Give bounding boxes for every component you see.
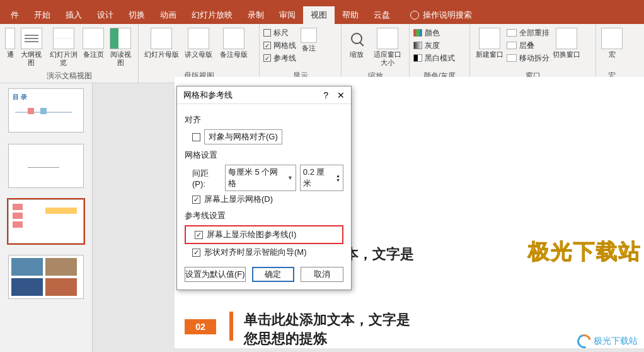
tab-view[interactable]: 视图 bbox=[303, 6, 335, 24]
dialog-titlebar[interactable]: 网格和参考线 ? ✕ bbox=[177, 86, 351, 104]
btn-color[interactable]: 颜色 bbox=[413, 26, 455, 39]
chk-display-grid[interactable]: ✓ bbox=[192, 196, 200, 204]
tab-animations[interactable]: 动画 bbox=[152, 6, 184, 24]
dialog-title-text: 网格和参考线 bbox=[183, 90, 233, 101]
dialog-help-button[interactable]: ? bbox=[323, 90, 328, 100]
btn-outline-view[interactable]: 大纲视图 bbox=[18, 26, 45, 68]
btn-notes-master[interactable]: 备注母版 bbox=[217, 26, 251, 60]
btn-notes-page[interactable]: 备注页 bbox=[81, 26, 105, 60]
spinner-arrows-icon: ▲▼ bbox=[336, 173, 340, 182]
grayscale-icon bbox=[413, 42, 422, 49]
group-label-presentation-views: 演示文稿视图 bbox=[4, 69, 134, 83]
ribbon: 通 大纲视图 幻灯片浏览 备注页 阅读视图 演示文稿视图 幻灯片母版 讲义母版 … bbox=[0, 24, 644, 83]
tab-home[interactable]: 开始 bbox=[26, 6, 58, 24]
chevron-down-icon: ▼ bbox=[287, 175, 293, 181]
tab-file[interactable]: 件 bbox=[3, 6, 26, 24]
slide-text-2b: 您思想的提炼 bbox=[244, 329, 327, 348]
ribbon-tabs: 件 开始 插入 设计 切换 动画 幻灯片放映 录制 审阅 视图 帮助 云盘 操作… bbox=[0, 6, 644, 24]
tab-design[interactable]: 设计 bbox=[89, 6, 121, 24]
checkbox-icon bbox=[263, 29, 271, 37]
split-icon bbox=[507, 54, 517, 62]
lbl-display-drawing-guides: 屏幕上显示绘图参考线(I) bbox=[207, 229, 296, 240]
chk-smart-guides[interactable]: ✓ bbox=[192, 249, 200, 257]
btn-move-split[interactable]: 移动拆分 bbox=[507, 52, 549, 64]
btn-blackwhite[interactable]: 黑白模式 bbox=[413, 52, 455, 64]
lbl-display-grid: 屏幕上显示网格(D) bbox=[204, 194, 273, 205]
grid-and-guides-dialog: 网格和参考线 ? ✕ 对齐 对象与网格对齐(G) 网格设置 间距(P): 每厘米… bbox=[176, 86, 352, 290]
btn-zoom[interactable]: 缩放 bbox=[345, 26, 368, 60]
title-bar bbox=[0, 0, 644, 6]
btn-arrange-all[interactable]: 全部重排 bbox=[507, 26, 549, 39]
btn-grayscale[interactable]: 灰度 bbox=[413, 39, 455, 52]
slide-editor[interactable]: 01 本，文字是 思思想的提炼 02 单击此处添加文本，文字是 您思想的提炼 bbox=[93, 83, 644, 352]
section-grid: 网格设置 bbox=[185, 150, 343, 161]
tell-me-label: 操作说明搜索 bbox=[423, 9, 472, 21]
highlight-annotation: ✓ 屏幕上显示绘图参考线(I) bbox=[185, 225, 343, 244]
lbl-smart-guides: 形状对齐时显示智能向导(M) bbox=[204, 247, 307, 258]
thumb-2[interactable] bbox=[8, 144, 84, 188]
tab-cloud[interactable]: 云盘 bbox=[366, 6, 398, 24]
btn-slide-master[interactable]: 幻灯片母版 bbox=[142, 26, 180, 60]
btn-switch-windows[interactable]: 切换窗口 bbox=[551, 26, 582, 60]
tell-me-search[interactable]: 操作说明搜索 bbox=[410, 9, 472, 21]
color-icon bbox=[413, 29, 422, 37]
chk-guides[interactable]: ✓参考线 bbox=[263, 52, 296, 64]
tab-transitions[interactable]: 切换 bbox=[121, 6, 152, 24]
slide-text-1a: 本，文字是 bbox=[345, 245, 414, 264]
spacing-label: 间距(P): bbox=[192, 168, 221, 189]
tab-slideshow[interactable]: 幻灯片放映 bbox=[184, 6, 240, 24]
chk-ruler[interactable]: 标尺 bbox=[263, 26, 296, 39]
btn-reading-view[interactable]: 阅读视图 bbox=[106, 26, 134, 68]
magnifier-icon bbox=[351, 33, 362, 44]
btn-ok[interactable]: 确定 bbox=[252, 267, 295, 282]
btn-macros[interactable]: 宏 bbox=[600, 26, 624, 60]
checkbox-icon: ✓ bbox=[263, 42, 271, 49]
dialog-close-button[interactable]: ✕ bbox=[337, 90, 345, 100]
chk-snap-to-grid[interactable] bbox=[192, 133, 200, 141]
tab-recording[interactable]: 录制 bbox=[240, 6, 272, 24]
thumb-1[interactable]: 目 录 bbox=[8, 88, 84, 132]
arrange-icon bbox=[507, 29, 517, 37]
btn-cascade[interactable]: 层叠 bbox=[507, 39, 549, 52]
thumb-3[interactable] bbox=[8, 199, 84, 243]
bulb-icon bbox=[410, 11, 419, 20]
tab-insert[interactable]: 插入 bbox=[58, 6, 89, 24]
slide-text-2a: 单击此处添加文本，文字是 bbox=[244, 310, 410, 329]
section-guides: 参考线设置 bbox=[185, 210, 343, 221]
btn-normal-view[interactable]: 通 bbox=[4, 26, 16, 60]
section-number-2: 02 bbox=[185, 319, 216, 334]
orange-accent-bar-2 bbox=[229, 312, 233, 341]
slide-thumbnails[interactable]: 目 录 bbox=[0, 83, 93, 352]
bw-icon bbox=[413, 54, 422, 62]
btn-cancel[interactable]: 取消 bbox=[301, 267, 343, 282]
cascade-icon bbox=[507, 42, 517, 49]
section-align: 对齐 bbox=[185, 114, 343, 126]
thumb-4[interactable] bbox=[8, 255, 84, 299]
btn-handout-master[interactable]: 讲义母版 bbox=[181, 26, 216, 60]
btn-fit-window[interactable]: 适应窗口大小 bbox=[369, 26, 405, 68]
btn-notes[interactable]: 备注 bbox=[297, 26, 320, 54]
btn-new-window[interactable]: 新建窗口 bbox=[474, 26, 505, 60]
tab-help[interactable]: 帮助 bbox=[335, 6, 366, 24]
chk-gridlines[interactable]: ✓网格线 bbox=[263, 39, 296, 52]
checkbox-icon: ✓ bbox=[263, 54, 271, 62]
btn-slide-sorter[interactable]: 幻灯片浏览 bbox=[47, 26, 80, 68]
btn-set-default[interactable]: 设置为默认值(F) bbox=[185, 267, 246, 282]
lbl-snap-to-grid[interactable]: 对象与网格对齐(G) bbox=[204, 129, 282, 144]
spacing-value-spinner[interactable]: 0.2 厘米▲▼ bbox=[300, 165, 343, 191]
spacing-combo[interactable]: 每厘米 5 个网格▼ bbox=[225, 165, 296, 191]
tab-review[interactable]: 审阅 bbox=[272, 6, 303, 24]
chk-display-drawing-guides[interactable]: ✓ bbox=[195, 231, 203, 239]
